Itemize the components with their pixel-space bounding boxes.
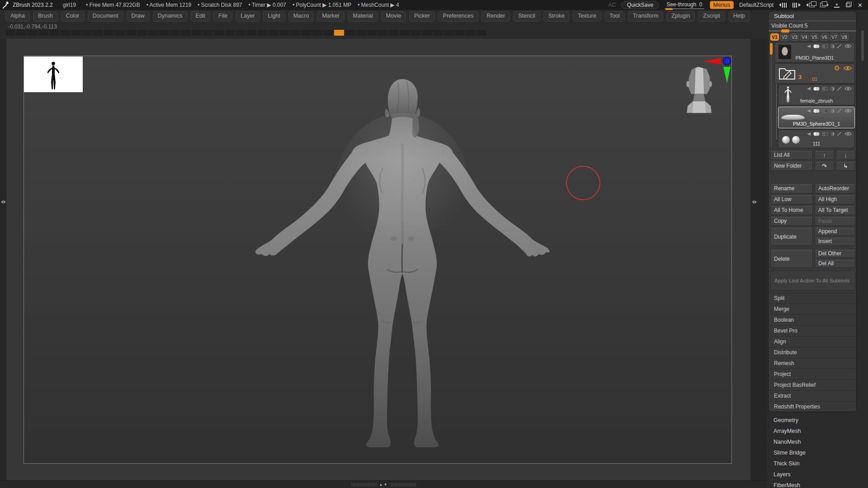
tab-v7[interactable]: V7 (830, 33, 839, 41)
contrast-icon[interactable] (830, 44, 835, 48)
dock-right-icon[interactable] (820, 2, 829, 8)
palette-layers[interactable]: Layers (767, 469, 868, 480)
bottom-divider-texture[interactable] (351, 483, 377, 486)
tick[interactable] (389, 30, 399, 36)
menu-marker[interactable]: Marker (317, 11, 344, 22)
tick[interactable] (323, 30, 333, 36)
menu-file[interactable]: File (213, 11, 232, 22)
eye-icon[interactable] (844, 44, 852, 48)
tick[interactable] (104, 30, 114, 36)
move-up-button[interactable]: ↑ (815, 151, 834, 160)
merge-row[interactable]: Merge (769, 304, 857, 314)
quicksave-button[interactable]: QuickSave (621, 1, 659, 9)
menu-help[interactable]: Help (728, 11, 750, 22)
tick[interactable] (433, 30, 443, 36)
tab-v8[interactable]: V8 (840, 33, 849, 41)
tick[interactable] (27, 30, 37, 36)
palette-fibermesh[interactable]: FiberMesh (767, 480, 868, 488)
del-all-button[interactable]: Del All (815, 260, 855, 268)
menu-texture[interactable]: Texture (573, 11, 601, 22)
copy-button[interactable]: Copy (770, 217, 813, 226)
contrast-icon[interactable] (830, 109, 835, 113)
tab-v3[interactable]: V3 (790, 33, 799, 41)
visible-count-slider[interactable]: Visible Count 5 (769, 21, 856, 31)
tick[interactable] (49, 30, 59, 36)
brush-icon[interactable] (837, 131, 842, 136)
rename-button[interactable]: Rename (770, 184, 813, 193)
autoreorder-button[interactable]: AutoReorder (815, 184, 855, 193)
tick[interactable] (213, 30, 223, 36)
eye-icon[interactable] (844, 108, 852, 113)
tick[interactable] (82, 30, 92, 36)
tick[interactable] (455, 30, 465, 36)
tick[interactable] (269, 30, 278, 36)
bottom-divider-texture[interactable] (391, 483, 416, 486)
tick[interactable] (38, 30, 48, 36)
remesh-row[interactable]: Remesh (769, 358, 857, 369)
boolean-row[interactable]: Boolean (769, 314, 857, 325)
tick[interactable] (356, 30, 366, 36)
tick[interactable] (170, 30, 180, 36)
project-row[interactable]: Project (769, 369, 857, 380)
menu-preferences[interactable]: Preferences (438, 11, 478, 22)
dock-left-icon[interactable] (806, 2, 815, 8)
folder-gear-icon[interactable]: ⚙ (834, 65, 840, 71)
eye-icon[interactable] (844, 86, 852, 91)
bevel-pro-row[interactable]: Bevel Pro (769, 325, 857, 336)
paste-button[interactable]: Paste (815, 217, 855, 226)
tick[interactable] (192, 30, 202, 36)
tick[interactable] (466, 30, 476, 36)
tick[interactable] (16, 30, 26, 36)
split-row[interactable]: Split (769, 293, 857, 304)
tick[interactable] (236, 30, 245, 36)
tick[interactable] (345, 30, 355, 36)
subtool-item-icons[interactable] (806, 44, 852, 48)
polypaint-off-icon[interactable] (822, 132, 828, 136)
tick[interactable] (225, 30, 235, 36)
palette-thick-skin[interactable]: Thick Skin (767, 458, 868, 469)
duplicate-button[interactable]: Duplicate (770, 228, 813, 246)
subtool-panel-title[interactable]: Subtool (769, 11, 856, 21)
menu-layer[interactable]: Layer (236, 11, 259, 22)
menu-color[interactable]: Color (61, 11, 85, 22)
subtool-list-scroll-track[interactable] (771, 43, 772, 148)
subtool-folder-item[interactable]: 3 ⚙ 01 (774, 63, 855, 84)
list-all-button[interactable]: List All (770, 151, 813, 160)
polypaint-off-icon[interactable] (822, 44, 828, 48)
subtool-list-scroll-thumb[interactable] (770, 43, 773, 55)
see-through-slider[interactable]: See-through 0 (665, 1, 704, 9)
extract-row[interactable]: Extract (769, 390, 857, 401)
right-tray-slider-icon[interactable] (793, 2, 801, 8)
menu-alpha[interactable]: Alpha (5, 11, 30, 22)
apply-last-action-button[interactable]: Apply Last Action To All Subtools (770, 271, 855, 291)
menu-picker[interactable]: Picker (409, 11, 435, 22)
subtool-item[interactable]: female_zbrush (778, 84, 855, 105)
insert-button[interactable]: Insert (815, 238, 855, 246)
palette-geometry[interactable]: Geometry (767, 415, 868, 426)
bake-arrow-icon[interactable] (806, 109, 811, 113)
polypaint-off-icon[interactable] (822, 109, 828, 113)
folder-eye-icon[interactable] (844, 66, 852, 71)
all-to-home-button[interactable]: All To Home (770, 206, 813, 215)
menu-zscript[interactable]: Zscript (698, 11, 725, 22)
close-button[interactable]: ✕ (856, 2, 864, 9)
tick[interactable] (290, 30, 300, 36)
axis-orientation-gizmo[interactable] (703, 57, 732, 84)
move-down-button[interactable]: ↓ (836, 151, 855, 160)
menus-toggle-button[interactable]: Menus (710, 1, 734, 9)
tick[interactable] (422, 30, 432, 36)
redshift-properties-row[interactable]: Redshift Properties (769, 401, 857, 412)
tick[interactable] (378, 30, 388, 36)
default-zscript-button[interactable]: DefaultZScript (739, 2, 774, 8)
tick-active[interactable] (334, 30, 344, 36)
tab-v1[interactable]: V1 (770, 33, 779, 41)
menu-tool[interactable]: Tool (604, 11, 625, 22)
del-other-button[interactable]: Del Other (815, 250, 855, 258)
menu-transform[interactable]: Transform (628, 11, 664, 22)
append-button[interactable]: Append (815, 228, 855, 236)
delete-button[interactable]: Delete (770, 250, 813, 268)
tick[interactable] (476, 30, 486, 36)
tick[interactable] (148, 30, 158, 36)
tick[interactable] (203, 30, 212, 36)
all-high-button[interactable]: All High (815, 195, 855, 204)
